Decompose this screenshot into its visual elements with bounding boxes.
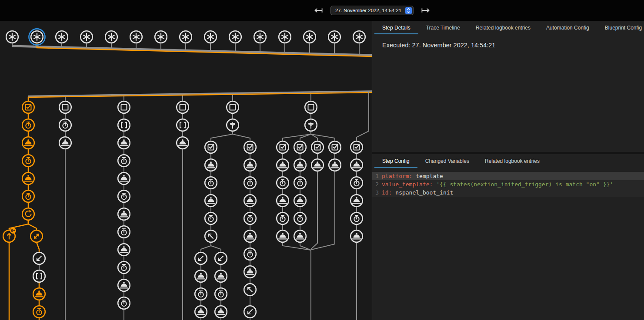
graph-node-choose[interactable]	[227, 119, 239, 131]
graph-node-asterisk[interactable]	[29, 29, 45, 45]
graph-node-service-bell[interactable]	[244, 195, 256, 207]
tab-changed-variables[interactable]: Changed Variables	[417, 154, 477, 168]
graph-node-asterisk[interactable]	[180, 31, 192, 43]
graph-node-square[interactable]	[118, 101, 130, 113]
trace-graph[interactable]: 9+	[0, 21, 372, 320]
graph-node-service-bell[interactable]	[294, 230, 306, 242]
graph-node-checkbox[interactable]	[329, 141, 341, 153]
graph-node-service-bell[interactable]	[22, 172, 34, 185]
graph-node-timer[interactable]	[59, 119, 71, 131]
graph-node-service-bell[interactable]	[195, 270, 207, 282]
graph-node-service-bell[interactable]	[118, 137, 130, 149]
graph-node-choose[interactable]	[305, 119, 317, 131]
previous-trace-icon[interactable]	[313, 7, 324, 13]
graph-node-service-bell[interactable]	[294, 159, 306, 171]
graph-node-asterisk[interactable]	[105, 31, 117, 43]
graph-node-brackets[interactable]	[177, 119, 189, 131]
graph-node-timer[interactable]	[195, 288, 207, 300]
graph-node-square[interactable]	[177, 101, 189, 113]
graph-node-service-bell[interactable]	[329, 159, 341, 171]
graph-node-service-bell[interactable]	[118, 172, 130, 185]
graph-node-service-bell[interactable]	[244, 266, 256, 278]
tab-step-details[interactable]: Step Details	[374, 21, 418, 34]
tab-related-logbook-entries[interactable]: Related logbook entries	[477, 154, 547, 168]
graph-node-asterisk[interactable]	[353, 31, 365, 43]
graph-node-arrow-down-left[interactable]	[195, 252, 207, 264]
graph-node-checkbox[interactable]	[22, 101, 34, 113]
graph-node-service-bell[interactable]	[277, 195, 289, 207]
graph-node-timer[interactable]	[118, 155, 130, 167]
graph-node-service-bell[interactable]	[177, 137, 189, 149]
graph-node-arrow-up-left[interactable]	[244, 284, 256, 296]
graph-node-arrow-down-left[interactable]	[215, 252, 227, 264]
graph-node-arrow-down-left[interactable]	[33, 252, 45, 264]
graph-node-arrow-up-left[interactable]	[205, 230, 217, 242]
graph-node-asterisk[interactable]	[130, 31, 142, 43]
graph-node-checkbox[interactable]	[205, 141, 217, 153]
graph-node-timer[interactable]	[22, 155, 34, 167]
graph-node-checkbox[interactable]	[244, 141, 256, 153]
next-trace-icon[interactable]	[420, 7, 431, 13]
graph-node-repeat[interactable]	[22, 208, 34, 220]
graph-node-square[interactable]	[305, 101, 317, 113]
graph-node-asterisk[interactable]	[56, 31, 68, 43]
tab-blueprint-config[interactable]: Blueprint Config	[597, 21, 644, 34]
graph-node-arrows-diagonal[interactable]	[30, 230, 43, 242]
graph-node-service-bell[interactable]	[277, 230, 289, 242]
graph-node-timer[interactable]	[350, 177, 363, 189]
graph-node-timer[interactable]	[118, 261, 130, 274]
graph-node-service-bell[interactable]	[118, 244, 130, 256]
graph-node-square[interactable]	[59, 101, 71, 113]
graph-node-timer[interactable]	[244, 177, 256, 189]
graph-node-service-bell[interactable]	[205, 159, 217, 171]
graph-node-checkbox[interactable]	[350, 141, 363, 153]
graph-node-asterisk[interactable]	[229, 31, 241, 43]
graph-node-asterisk[interactable]	[80, 31, 93, 43]
graph-node-service-bell[interactable]	[205, 195, 217, 207]
graph-node-timer[interactable]	[205, 177, 217, 189]
graph-node-service-bell[interactable]	[277, 159, 289, 171]
graph-node-checkbox[interactable]	[277, 141, 289, 153]
graph-node-square[interactable]	[227, 101, 239, 113]
graph-node-service-bell[interactable]	[244, 230, 256, 242]
graph-node-timer[interactable]	[118, 226, 130, 238]
graph-node-timer[interactable]	[244, 248, 256, 260]
graph-node-asterisk[interactable]	[155, 31, 167, 43]
tab-automation-config[interactable]: Automation Config	[538, 21, 597, 34]
yaml-code-block[interactable]: 1platform: template2value_template: '{{ …	[372, 172, 644, 197]
graph-node-service-bell[interactable]	[215, 306, 227, 318]
graph-node-service-bell[interactable]	[22, 137, 34, 149]
tab-step-config[interactable]: Step Config	[374, 154, 417, 168]
graph-node-timer[interactable]	[215, 288, 227, 300]
graph-node-timer[interactable]	[294, 177, 306, 189]
graph-node-service-bell[interactable]	[215, 270, 227, 282]
trace-select[interactable]: 27. November 2022, 14:54:21	[330, 6, 414, 15]
graph-node-timer[interactable]	[205, 212, 217, 224]
graph-node-service-bell[interactable]	[311, 159, 324, 171]
graph-node-timer[interactable]	[350, 212, 363, 224]
graph-node-service-bell[interactable]	[350, 195, 363, 207]
graph-node-service-bell[interactable]	[118, 279, 130, 291]
graph-node-asterisk[interactable]	[279, 31, 291, 43]
tab-trace-timeline[interactable]: Trace Timeline	[418, 21, 468, 34]
graph-node-timer[interactable]	[244, 212, 256, 224]
graph-node-arrow-down-left[interactable]	[244, 306, 256, 318]
graph-node-timer[interactable]	[22, 190, 34, 202]
graph-node-brackets[interactable]	[118, 119, 130, 131]
graph-node-service-bell[interactable]	[118, 208, 130, 220]
graph-node-service-bell[interactable]	[244, 159, 256, 171]
graph-node-timer[interactable]	[277, 212, 289, 224]
graph-node-service-bell[interactable]	[350, 230, 363, 242]
graph-node-timer[interactable]	[118, 297, 130, 309]
graph-node-service-bell[interactable]	[33, 288, 45, 300]
graph-node-timer[interactable]	[22, 119, 34, 131]
graph-node-checkbox[interactable]	[294, 141, 306, 153]
graph-node-timer[interactable]	[277, 177, 289, 189]
graph-node-checkbox[interactable]	[311, 141, 324, 153]
graph-node-timer[interactable]	[118, 190, 130, 202]
graph-node-brackets[interactable]	[33, 270, 45, 282]
graph-node-service-bell[interactable]	[294, 195, 306, 207]
graph-node-service-bell[interactable]	[59, 137, 71, 149]
graph-node-service-bell[interactable]	[350, 159, 363, 171]
graph-node-timer[interactable]	[294, 212, 306, 224]
